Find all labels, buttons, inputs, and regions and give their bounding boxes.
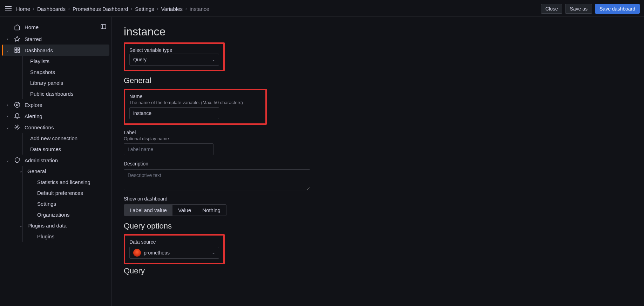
name-hint: The name of the template variable. (Max.… [129,100,261,105]
sidebar-item-library-panels[interactable]: Library panels [2,77,109,88]
home-icon [14,24,20,30]
sidebar-label-dashboards: Dashboards [25,47,53,53]
chevron-down-icon: ⌄ [5,125,10,130]
show-on-dashboard-label: Show on dashboard [124,196,632,202]
name-input[interactable] [129,107,219,119]
sidebar-label-home: Home [25,24,39,30]
svg-rect-7 [18,48,20,49]
variable-type-label: Select variable type [129,47,219,53]
bell-icon [14,113,20,119]
show-opt-value[interactable]: Value [172,205,197,216]
sidebar-item-connections[interactable]: ⌄ Connections [2,122,109,133]
sidebar-item-organizations[interactable]: Organizations [2,209,109,220]
sidebar-item-plugins[interactable]: Plugins [2,231,109,242]
sidebar-item-snapshots[interactable]: Snapshots [2,67,109,77]
close-button[interactable]: Close [541,4,563,14]
chevron-right-icon: › [5,37,10,41]
variable-type-select[interactable]: Query ⌄ [129,54,219,66]
sidebar-item-plugins-data[interactable]: ⌄ Plugins and data [2,220,109,231]
crumb-dashboards[interactable]: Dashboards [37,6,66,12]
svg-rect-9 [18,51,20,53]
main-content: instance Select variable type Query ⌄ Ge… [112,17,644,306]
sidebar-label-explore: Explore [25,102,42,108]
svg-marker-11 [16,104,18,106]
save-as-button[interactable]: Save as [565,4,592,14]
name-label: Name [129,94,261,99]
menu-icon[interactable] [4,5,13,13]
sidebar-item-add-connection[interactable]: Add new connection [2,133,109,144]
sidebar-item-explore[interactable]: › Explore [2,99,109,110]
show-opt-nothing[interactable]: Nothing [197,205,226,216]
sidebar-item-data-sources[interactable]: Data sources [2,144,109,155]
sidebar-label-connections: Connections [25,124,54,130]
label-hint: Optional display name [124,136,632,141]
chevron-down-icon: ⌄ [18,169,23,174]
description-label: Description [124,161,632,166]
data-source-select[interactable]: prometheus ⌄ [129,247,219,259]
save-dashboard-button[interactable]: Save dashboard [595,4,640,14]
sidebar-item-starred[interactable]: › Starred [2,33,109,45]
chevron-down-icon: ⌄ [5,48,10,53]
star-icon [14,36,20,42]
crumb-prometheus[interactable]: Prometheus Dashboard [73,6,128,12]
query-options-heading: Query options [124,222,632,231]
highlight-name: Name The name of the template variable. … [124,89,267,125]
label-label: Label [124,130,632,135]
svg-rect-6 [15,48,16,49]
crumb-current: instance [190,6,209,12]
show-toggle-group: Label and value Value Nothing [124,204,226,216]
chevron-right-icon: › [5,103,10,107]
highlight-data-source: Data source prometheus ⌄ [124,234,225,264]
svg-marker-5 [15,36,20,41]
chevron-down-icon: ⌄ [5,158,10,163]
general-heading: General [124,76,632,85]
show-opt-label-value[interactable]: Label and value [124,205,172,216]
svg-point-10 [15,102,20,108]
data-source-label: Data source [129,239,219,245]
chevron-down-icon: ⌄ [212,57,215,62]
chevron-down-icon: ⌄ [18,223,23,228]
sidebar-item-settings[interactable]: Settings [2,198,109,209]
prometheus-icon [133,249,141,257]
chevron-right-icon: › [5,114,10,118]
compass-icon [14,102,20,108]
crumb-variables[interactable]: Variables [161,6,183,12]
sidebar-label-alerting: Alerting [25,113,42,119]
sidebar-label-administration: Administration [25,157,58,163]
highlight-variable-type: Select variable type Query ⌄ [124,42,225,71]
sidebar-item-public-dashboards[interactable]: Public dashboards [2,88,109,99]
dock-panel-icon[interactable] [100,23,107,31]
breadcrumb: Home› Dashboards› Prometheus Dashboard› … [16,6,209,12]
query-heading: Query [124,266,632,276]
crumb-home[interactable]: Home [16,6,30,12]
description-input[interactable] [124,169,310,190]
sidebar-item-playlists[interactable]: Playlists [2,56,109,67]
sidebar: Home › Starred ⌄ Dashboards Playlists Sn… [0,17,112,306]
sidebar-item-administration[interactable]: ⌄ Administration [2,155,109,166]
sidebar-item-general[interactable]: ⌄ General [2,166,109,177]
sidebar-label-starred: Starred [25,36,42,42]
crumb-settings[interactable]: Settings [135,6,154,12]
svg-rect-3 [101,25,106,29]
svg-point-12 [16,127,18,128]
label-input[interactable] [124,143,213,155]
plug-icon [14,124,20,130]
sidebar-item-stats[interactable]: Statistics and licensing [2,177,109,188]
shield-icon [14,157,20,163]
sidebar-item-alerting[interactable]: › Alerting [2,110,109,122]
dashboards-icon [14,47,20,53]
sidebar-item-home[interactable]: Home [2,21,109,33]
chevron-down-icon: ⌄ [212,250,215,255]
svg-rect-8 [15,51,16,53]
sidebar-item-default-prefs[interactable]: Default preferences [2,188,109,198]
sidebar-item-dashboards[interactable]: ⌄ Dashboards [2,45,109,56]
page-title: instance [124,25,632,38]
